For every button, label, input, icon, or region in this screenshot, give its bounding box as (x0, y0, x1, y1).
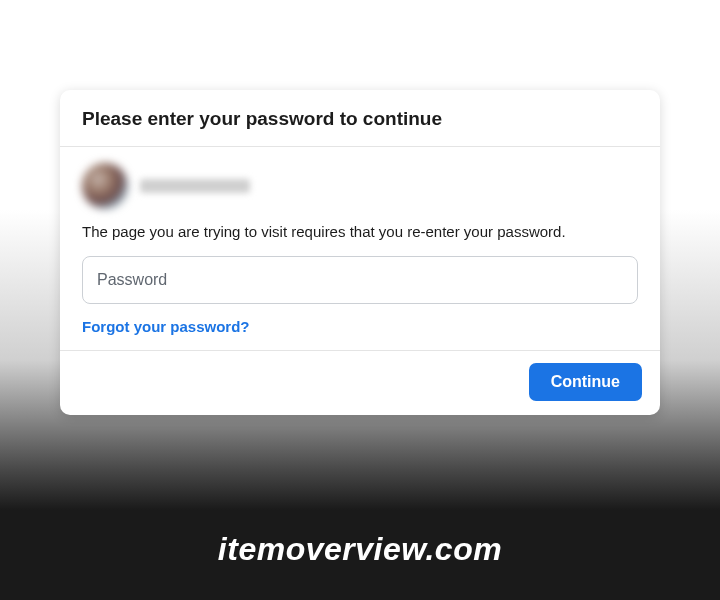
dialog-header: Please enter your password to continue (60, 90, 660, 147)
avatar (82, 163, 128, 209)
prompt-text: The page you are trying to visit require… (82, 223, 638, 240)
user-name-blurred (140, 179, 250, 193)
password-input[interactable] (82, 256, 638, 304)
password-dialog: Please enter your password to continue T… (60, 90, 660, 415)
continue-button[interactable]: Continue (529, 363, 642, 401)
forgot-password-link[interactable]: Forgot your password? (82, 318, 250, 335)
dialog-title: Please enter your password to continue (82, 108, 638, 130)
dialog-footer: Continue (60, 351, 660, 415)
dialog-body: The page you are trying to visit require… (60, 147, 660, 351)
user-row (82, 163, 638, 209)
watermark-text: itemoverview.com (0, 531, 720, 568)
